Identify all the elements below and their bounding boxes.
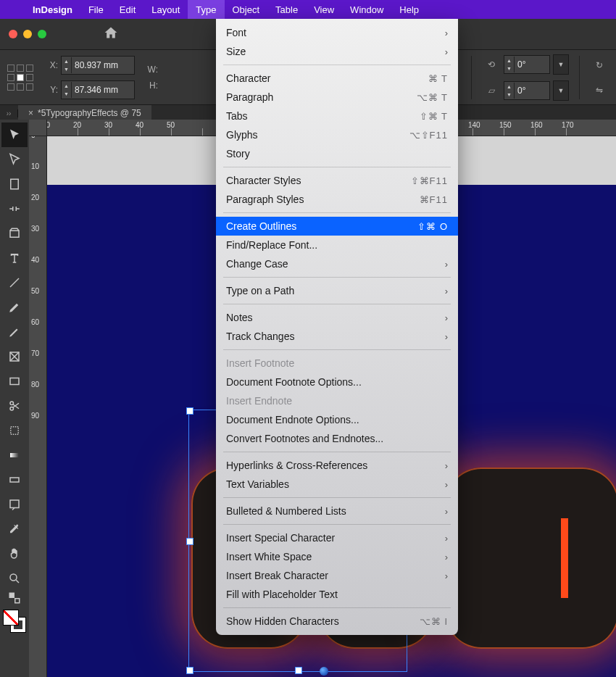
- shear-input[interactable]: [515, 86, 549, 96]
- menu-table[interactable]: Table: [267, 0, 306, 19]
- menu-item-label: Tabs: [226, 110, 248, 122]
- content-grabber-icon[interactable]: [320, 667, 328, 676]
- rotation-dropdown[interactable]: ▼: [553, 54, 569, 75]
- menu-file[interactable]: File: [80, 0, 112, 19]
- menu-item-shortcut: ⌥⌘ I: [420, 616, 448, 627]
- menu-item-label: Find/Replace Font...: [226, 239, 317, 251]
- free-transform-tool[interactable]: [1, 418, 28, 443]
- rotation-input[interactable]: [515, 59, 549, 70]
- zoom-window-button[interactable]: [38, 30, 46, 38]
- menu-item-label: Hyperlinks & Cross-References: [226, 460, 367, 471]
- vertical-ruler[interactable]: 0 10 20 30 40 50 60 70 80 90: [29, 136, 47, 677]
- minimize-window-button[interactable]: [23, 30, 32, 38]
- hand-tool[interactable]: [1, 541, 28, 566]
- resize-handle[interactable]: [295, 667, 302, 674]
- rectangle-tool[interactable]: [1, 369, 28, 394]
- menu-item-label: Story: [226, 148, 250, 159]
- menu-window[interactable]: Window: [342, 0, 391, 19]
- menu-item[interactable]: Insert Break Character›: [216, 566, 458, 585]
- menu-view[interactable]: View: [306, 0, 342, 19]
- pencil-tool[interactable]: [1, 320, 28, 344]
- menu-item[interactable]: Font›: [216, 23, 458, 42]
- menu-item-label: Font: [226, 27, 246, 38]
- selection-tool[interactable]: [1, 122, 28, 147]
- content-collector-tool[interactable]: [1, 221, 28, 246]
- menu-item[interactable]: Character Styles⇧⌘F11: [216, 171, 458, 190]
- direct-selection-tool[interactable]: [1, 147, 28, 172]
- menu-item[interactable]: Change Case›: [216, 254, 458, 273]
- close-window-button[interactable]: [9, 30, 17, 38]
- rotate-cw-icon[interactable]: ↻: [590, 56, 609, 75]
- shear-field[interactable]: ▲▼: [504, 81, 550, 100]
- menu-item[interactable]: Insert White Space›: [216, 547, 458, 566]
- h-label: H:: [145, 80, 158, 91]
- gradient-swatch-tool[interactable]: [1, 443, 28, 468]
- pen-tool[interactable]: [1, 295, 28, 320]
- menu-layout[interactable]: Layout: [143, 0, 188, 19]
- menu-item[interactable]: Convert Footnotes and Endnotes...: [216, 429, 458, 448]
- eyedropper-tool[interactable]: [1, 517, 28, 541]
- menu-object[interactable]: Object: [225, 0, 268, 19]
- resize-handle[interactable]: [186, 667, 193, 674]
- document-tab[interactable]: × *5TypographyEffects @ 75: [18, 105, 151, 121]
- note-tool[interactable]: [1, 492, 28, 517]
- svg-rect-6: [11, 427, 19, 435]
- y-field[interactable]: ▲▼: [61, 80, 135, 99]
- ruler-origin[interactable]: [29, 120, 47, 136]
- rectangle-frame-tool[interactable]: [1, 344, 28, 369]
- menu-item[interactable]: Tabs⇧⌘ T: [216, 107, 458, 125]
- home-icon[interactable]: [103, 25, 119, 43]
- gap-tool[interactable]: [1, 196, 28, 221]
- flip-horizontal-icon[interactable]: ⇋: [590, 80, 609, 99]
- page-tool[interactable]: [1, 172, 28, 196]
- type-tool[interactable]: [1, 246, 28, 270]
- rounded-shape[interactable]: [445, 468, 616, 649]
- x-input[interactable]: [72, 60, 134, 70]
- shear-dropdown[interactable]: ▼: [553, 80, 569, 101]
- menu-separator: [223, 65, 451, 65]
- menu-item[interactable]: Document Endnote Options...: [216, 410, 458, 429]
- menu-item-label: Insert Endnote: [226, 395, 292, 407]
- menu-item[interactable]: Create Outlines⇧⌘ O: [216, 217, 458, 236]
- menu-help[interactable]: Help: [391, 0, 427, 19]
- menu-item[interactable]: Show Hidden Characters⌥⌘ I: [216, 612, 458, 631]
- menu-item-label: Text Variables: [226, 478, 289, 490]
- panel-expand-icon[interactable]: ››: [0, 109, 18, 117]
- menu-type[interactable]: Type: [188, 0, 224, 19]
- menu-item-label: Glyphs: [226, 129, 258, 141]
- menu-item[interactable]: Bulleted & Numbered Lists›: [216, 502, 458, 520]
- menu-item[interactable]: Find/Replace Font...: [216, 236, 458, 254]
- submenu-arrow-icon: ›: [445, 533, 448, 544]
- fill-stroke-toggle[interactable]: [1, 591, 28, 605]
- menu-item[interactable]: Paragraph Styles⌘F11: [216, 190, 458, 209]
- menu-item[interactable]: Track Changes›: [216, 327, 458, 346]
- menu-item[interactable]: Size›: [216, 42, 458, 61]
- y-input[interactable]: [72, 85, 134, 95]
- menu-item[interactable]: Hyperlinks & Cross-References›: [216, 456, 458, 475]
- menu-item[interactable]: Document Footnote Options...: [216, 373, 458, 391]
- scissors-tool[interactable]: [1, 394, 28, 418]
- menu-item[interactable]: Type on a Path›: [216, 281, 458, 300]
- menu-item[interactable]: Notes›: [216, 308, 458, 327]
- menu-item[interactable]: Fill with Placeholder Text: [216, 585, 458, 604]
- zoom-tool[interactable]: [1, 566, 28, 591]
- fill-stroke-swatch[interactable]: [3, 610, 26, 633]
- resize-handle[interactable]: [186, 538, 193, 545]
- menu-item[interactable]: Glyphs⌥⇧F11: [216, 125, 458, 144]
- menu-edit[interactable]: Edit: [112, 0, 143, 19]
- menu-item[interactable]: Text Variables›: [216, 475, 458, 494]
- menu-app[interactable]: InDesign: [25, 0, 80, 19]
- menu-item-label: Type on a Path: [226, 285, 294, 296]
- rotation-field[interactable]: ▲▼: [504, 55, 550, 74]
- menu-item[interactable]: Insert Special Character›: [216, 528, 458, 547]
- close-tab-icon[interactable]: ×: [28, 108, 33, 118]
- resize-handle[interactable]: [186, 407, 193, 415]
- menu-item[interactable]: Character⌘ T: [216, 69, 458, 88]
- x-field[interactable]: ▲▼: [61, 56, 135, 75]
- line-tool[interactable]: [1, 270, 28, 295]
- reference-point-grid[interactable]: [7, 65, 33, 91]
- menu-item-shortcut: ⌥⇧F11: [409, 130, 448, 141]
- menu-item[interactable]: Paragraph⌥⌘ T: [216, 88, 458, 107]
- gradient-feather-tool[interactable]: [1, 468, 28, 492]
- menu-item[interactable]: Story: [216, 144, 458, 163]
